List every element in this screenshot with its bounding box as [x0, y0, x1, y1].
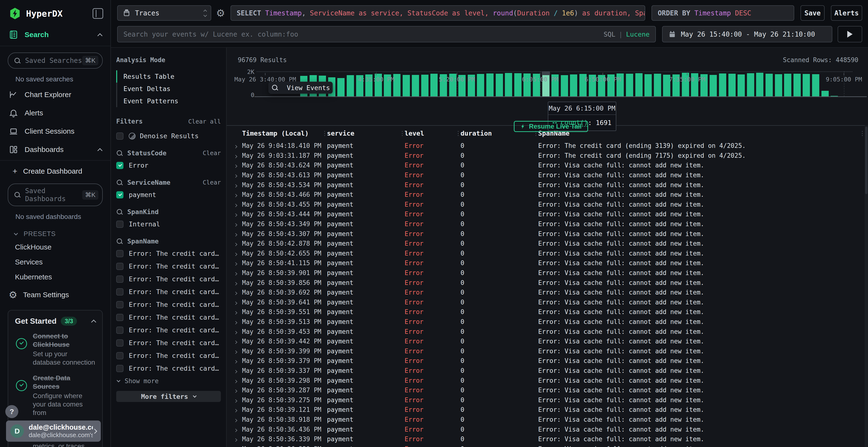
- mode-lucene-toggle[interactable]: Lucene: [626, 31, 650, 38]
- checkbox-unchecked[interactable]: [116, 276, 123, 283]
- table-row[interactable]: May 26 8:50:39.453 PM⋮payment⋮Error⋮0⋮Er…: [232, 326, 865, 337]
- scrollbar-thumb[interactable]: [865, 127, 868, 194]
- sidebar-item-chart-explorer[interactable]: Chart Explorer: [0, 85, 111, 104]
- table-row[interactable]: May 26 8:50:36.329 PM⋮payment⋮Error⋮0⋮Er…: [232, 444, 865, 447]
- table-row[interactable]: May 26 8:50:43.613 PM⋮payment⋮Error⋮0⋮Er…: [232, 170, 865, 180]
- histogram-bar[interactable]: [645, 74, 652, 97]
- histogram-bar[interactable]: [403, 75, 410, 97]
- checkbox-unchecked[interactable]: [116, 301, 123, 308]
- show-more-link[interactable]: Show more: [117, 377, 221, 385]
- histogram-bar[interactable]: [719, 73, 726, 97]
- table-row[interactable]: May 26 8:50:43.307 PM⋮payment⋮Error⋮0⋮Er…: [232, 229, 865, 239]
- create-dashboard-button[interactable]: + Create Dashboard: [0, 161, 111, 177]
- histogram-bar[interactable]: [803, 74, 810, 97]
- get-started-step-sources[interactable]: Create Data Sources Configure where your…: [15, 374, 95, 417]
- sidebar-item-alerts[interactable]: Alerts: [0, 104, 111, 122]
- checkbox-unchecked[interactable]: [116, 352, 123, 359]
- clear-all-link[interactable]: Clear all: [188, 118, 221, 125]
- table-row[interactable]: May 26 8:50:43.624 PM⋮payment⋮Error⋮0⋮Er…: [232, 161, 865, 170]
- denoise-checkbox[interactable]: [116, 133, 123, 140]
- saved-searches-input[interactable]: Saved Searches ⌘K: [8, 53, 103, 69]
- expand-row-chevron-icon[interactable]: [232, 230, 242, 238]
- view-events-button[interactable]: View Events: [269, 82, 333, 94]
- histogram-bar[interactable]: [561, 75, 568, 97]
- sidebar-item-team-settings[interactable]: ⚙ Team Settings: [0, 284, 111, 305]
- histogram-bar[interactable]: [794, 74, 801, 97]
- table-row[interactable]: May 26 8:50:39.513 PM⋮payment⋮Error⋮0⋮Er…: [232, 317, 865, 327]
- filter-option[interactable]: Error: The credit card …: [116, 314, 221, 321]
- histogram-bar[interactable]: [756, 73, 763, 97]
- histogram-bar[interactable]: [430, 74, 438, 97]
- table-row[interactable]: May 26 8:50:39.379 PM⋮payment⋮Error⋮0⋮Er…: [232, 356, 865, 366]
- histogram-bar[interactable]: [710, 75, 717, 97]
- expand-row-chevron-icon[interactable]: [232, 397, 242, 404]
- checkbox-unchecked[interactable]: [116, 288, 123, 296]
- expand-row-chevron-icon[interactable]: [232, 347, 242, 355]
- histogram-chart[interactable]: [257, 71, 852, 97]
- histogram-bar[interactable]: [496, 74, 503, 97]
- column-resize-handle[interactable]: ⋮: [322, 130, 327, 137]
- expand-row-chevron-icon[interactable]: [232, 181, 242, 188]
- checkbox-unchecked[interactable]: [116, 250, 123, 257]
- table-row[interactable]: May 26 8:50:39.641 PM⋮payment⋮Error⋮0⋮Er…: [232, 298, 865, 307]
- table-row[interactable]: May 26 8:50:43.534 PM⋮payment⋮Error⋮0⋮Er…: [232, 180, 865, 190]
- expand-row-chevron-icon[interactable]: [232, 416, 242, 423]
- histogram-bar[interactable]: [812, 74, 819, 97]
- filter-option[interactable]: Error: The credit card …: [116, 301, 221, 308]
- histogram-bar[interactable]: [347, 75, 354, 97]
- sidebar-item-dashboards[interactable]: Dashboards: [0, 140, 111, 160]
- expand-row-chevron-icon[interactable]: [232, 299, 242, 306]
- histogram-bar[interactable]: [728, 74, 736, 97]
- column-header-timestamp[interactable]: Timestamp (Local): [242, 130, 322, 137]
- expand-row-chevron-icon[interactable]: [232, 162, 242, 169]
- histogram-bar[interactable]: [654, 74, 661, 97]
- table-row[interactable]: May 26 8:50:39.856 PM⋮payment⋮Error⋮0⋮Er…: [232, 278, 865, 287]
- histogram-bar[interactable]: [635, 73, 643, 97]
- checkbox-unchecked[interactable]: [116, 220, 123, 228]
- expand-row-chevron-icon[interactable]: [232, 279, 242, 286]
- histogram-bar[interactable]: [477, 74, 484, 97]
- expand-row-chevron-icon[interactable]: [232, 406, 242, 413]
- expand-row-chevron-icon[interactable]: [232, 260, 242, 267]
- expand-row-chevron-icon[interactable]: [232, 152, 242, 159]
- table-row[interactable]: May 26 8:50:39.399 PM⋮payment⋮Error⋮0⋮Er…: [232, 346, 865, 356]
- clear-filter-link[interactable]: Clear: [203, 149, 221, 157]
- table-row[interactable]: May 26 8:50:43.444 PM⋮payment⋮Error⋮0⋮Er…: [232, 209, 865, 219]
- clear-filter-link[interactable]: Clear: [203, 179, 221, 186]
- alerts-button[interactable]: Alerts: [831, 5, 862, 21]
- checkbox-checked[interactable]: [116, 162, 123, 169]
- sidebar-collapse-icon[interactable]: [93, 8, 103, 19]
- scrollbar[interactable]: [865, 125, 868, 447]
- denoise-results-row[interactable]: Denoise Results: [116, 132, 221, 140]
- histogram-bar[interactable]: [486, 73, 494, 97]
- filter-option[interactable]: Internal: [116, 220, 221, 228]
- column-header-service[interactable]: service: [327, 130, 399, 137]
- histogram-bar[interactable]: [738, 74, 745, 97]
- table-row[interactable]: May 26 8:50:41.115 PM⋮payment⋮Error⋮0⋮Er…: [232, 258, 865, 268]
- order-by-editor[interactable]: ORDER BY Timestamp DESC: [651, 5, 794, 21]
- table-row[interactable]: May 26 8:50:39.551 PM⋮payment⋮Error⋮0⋮Er…: [232, 307, 865, 317]
- expand-row-chevron-icon[interactable]: [232, 377, 242, 384]
- date-range-picker[interactable]: May 26 15:40:00 - May 26 21:10:00: [662, 26, 832, 42]
- expand-row-chevron-icon[interactable]: [232, 220, 242, 228]
- histogram-bar[interactable]: [775, 74, 782, 97]
- expand-row-chevron-icon[interactable]: [232, 250, 242, 257]
- preset-item-kubernetes[interactable]: Kubernetes: [0, 270, 111, 284]
- histogram-bar[interactable]: [626, 74, 633, 97]
- filter-option[interactable]: Error: The credit card …: [116, 352, 221, 359]
- user-menu[interactable]: D dale@clickhouse.com dale@clickhouse.co…: [6, 420, 101, 442]
- expand-row-chevron-icon[interactable]: [232, 171, 242, 179]
- checkbox-unchecked[interactable]: [116, 339, 123, 347]
- table-row[interactable]: May 26 8:50:42.878 PM⋮payment⋮Error⋮0⋮Er…: [232, 239, 865, 248]
- checkbox-checked[interactable]: [116, 191, 123, 199]
- histogram-bar[interactable]: [784, 74, 791, 97]
- sidebar-item-search[interactable]: Search: [0, 26, 111, 46]
- analysis-mode-tab[interactable]: Event Deltas: [117, 82, 221, 95]
- table-row[interactable]: May 26 8:50:36.339 PM⋮payment⋮Error⋮0⋮Er…: [232, 434, 865, 444]
- mode-sql-toggle[interactable]: SQL: [603, 31, 615, 38]
- expand-row-chevron-icon[interactable]: [232, 289, 242, 296]
- source-settings-gear-icon[interactable]: ⚙: [216, 5, 225, 21]
- table-row[interactable]: May 26 8:50:43.455 PM⋮payment⋮Error⋮0⋮Er…: [232, 200, 865, 209]
- expand-row-chevron-icon[interactable]: [232, 386, 242, 394]
- histogram-bar[interactable]: [393, 74, 401, 97]
